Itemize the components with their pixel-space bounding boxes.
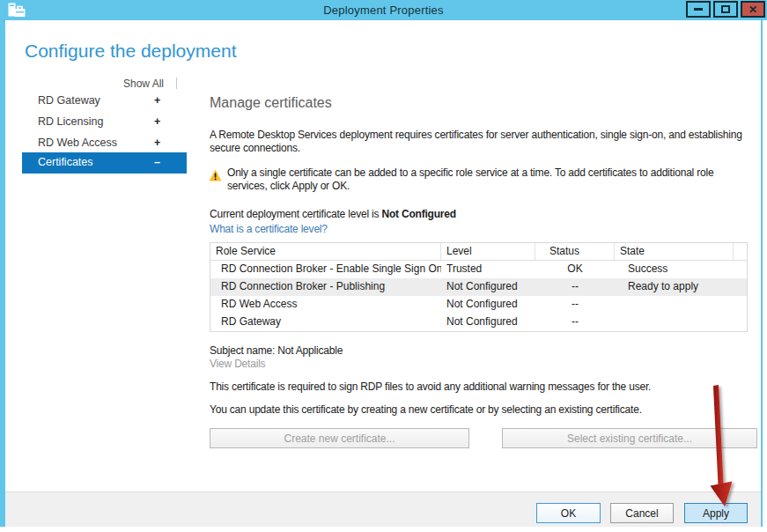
table-header-row: Role Service Level Status State (210, 243, 747, 261)
table-row[interactable]: RD Connection Broker - Enable Single Sig… (210, 261, 747, 278)
expand-icon[interactable]: + (154, 112, 160, 132)
table-row-selected[interactable]: RD Connection Broker - Publishing Not Co… (210, 278, 747, 296)
cell-level: Trusted (441, 261, 535, 278)
select-existing-certificate-button[interactable]: Select existing certificate... (502, 428, 757, 448)
maximize-button[interactable] (713, 1, 738, 18)
page-title: Configure the deployment (25, 41, 237, 62)
subject-name-text: Subject name: Not Applicable (210, 344, 343, 357)
close-icon: ✕ (749, 4, 757, 15)
cell-status: OK (535, 261, 615, 278)
sidebar-item-certificates[interactable]: Certificates – (22, 152, 187, 174)
window-border-right (761, 20, 763, 527)
rdp-note-text: This certificate is required to sign RDP… (210, 381, 747, 394)
cell-role-service: RD Web Access (210, 296, 441, 314)
create-new-certificate-button[interactable]: Create new certificate... (210, 428, 469, 448)
cell-state (615, 296, 734, 314)
intro-text: A Remote Desktop Services deployment req… (210, 129, 747, 155)
cell-status: -- (535, 314, 615, 331)
cancel-button[interactable]: Cancel (610, 503, 674, 523)
view-details-link[interactable]: View Details (210, 358, 265, 370)
sidebar-item-label: Certificates (38, 156, 93, 168)
cell-level: Not Configured (441, 314, 535, 331)
cell-role-service: RD Connection Broker - Enable Single Sig… (210, 261, 441, 278)
column-header-level[interactable]: Level (441, 243, 535, 260)
certificate-level-value: Not Configured (381, 208, 456, 220)
cell-blank (734, 314, 747, 331)
certificates-table: Role Service Level Status State RD Conne… (210, 242, 748, 332)
column-header-role-service[interactable]: Role Service (210, 243, 441, 260)
column-header-state[interactable]: State (615, 243, 734, 260)
minimize-icon (694, 8, 703, 11)
ok-button[interactable]: OK (536, 503, 601, 523)
cell-level: Not Configured (441, 278, 535, 296)
certificate-level-help-link[interactable]: What is a certificate level? (210, 223, 328, 235)
window-border-left (0, 20, 5, 527)
titlebar: Deployment Properties ✕ (0, 0, 767, 20)
update-note-text: You can update this certificate by creat… (210, 403, 747, 417)
minimize-button[interactable] (686, 1, 711, 18)
column-header-blank (734, 243, 747, 260)
cell-status: -- (535, 278, 615, 296)
cell-state: Success (615, 261, 734, 278)
show-all-link[interactable]: Show All (123, 78, 164, 90)
window-title: Deployment Properties (0, 4, 767, 17)
cell-state: Ready to apply (615, 278, 734, 296)
sidebar-divider (176, 78, 177, 89)
cell-level: Not Configured (441, 296, 535, 314)
cell-role-service: RD Connection Broker - Publishing (210, 278, 441, 296)
cell-status: -- (535, 296, 615, 314)
certificate-level-line: Current deployment certificate level is … (210, 208, 456, 220)
sidebar-item-rd-gateway[interactable]: RD Gateway + (22, 91, 187, 111)
apply-button[interactable]: Apply (684, 503, 748, 523)
close-button[interactable]: ✕ (741, 1, 765, 18)
sidebar-item-label: RD Licensing (38, 115, 103, 128)
warning-text: Only a single certificate can be added t… (227, 166, 750, 193)
cell-blank (734, 261, 747, 278)
sidebar-item-rd-web-access[interactable]: RD Web Access + (22, 133, 187, 153)
table-row[interactable]: RD Gateway Not Configured -- (210, 314, 747, 331)
maximize-icon (721, 5, 730, 13)
warning-icon (209, 169, 222, 181)
section-title: Manage certificates (210, 95, 332, 111)
cell-blank (734, 278, 747, 296)
cell-state (615, 314, 734, 331)
sidebar-item-label: RD Gateway (38, 94, 100, 107)
expand-icon[interactable]: + (154, 133, 160, 153)
collapse-icon[interactable]: – (154, 152, 160, 173)
column-header-status[interactable]: Status (535, 243, 615, 260)
certificate-level-prefix: Current deployment certificate level is (210, 208, 381, 220)
sidebar-item-label: RD Web Access (38, 137, 117, 149)
expand-icon[interactable]: + (154, 91, 160, 111)
cell-blank (734, 296, 747, 314)
table-row[interactable]: RD Web Access Not Configured -- (210, 296, 747, 314)
sidebar-item-rd-licensing[interactable]: RD Licensing + (22, 112, 187, 132)
cell-role-service: RD Gateway (210, 314, 441, 331)
deployment-properties-dialog: Deployment Properties ✕ Configure the de… (0, 0, 767, 532)
